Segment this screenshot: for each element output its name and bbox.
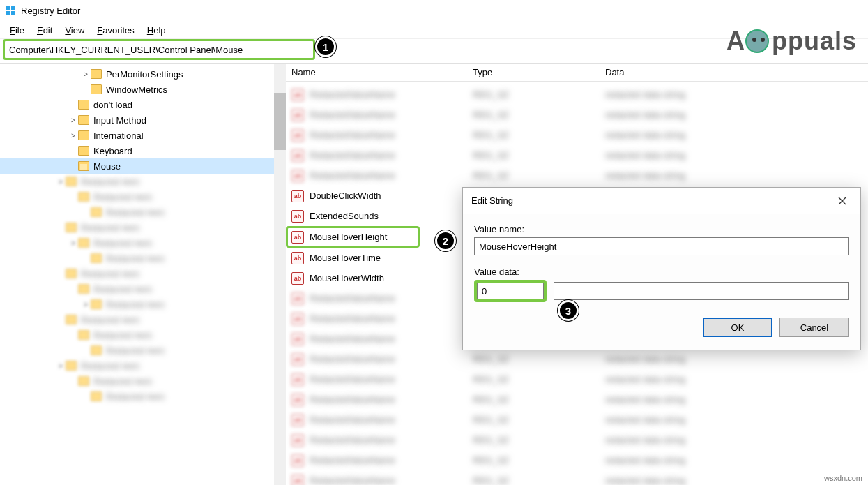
tree-item-obscured[interactable]: Redacted item bbox=[0, 373, 286, 389]
expander-icon[interactable]: > bbox=[68, 239, 78, 247]
value-data-field-extent[interactable] bbox=[554, 282, 849, 300]
dialog-close-button[interactable] bbox=[832, 191, 852, 211]
value-name-label: MouseHoverTime bbox=[310, 253, 381, 263]
value-row-obscured[interactable]: abRedactedValueNameREG_SZredacted data s… bbox=[286, 349, 868, 369]
scroll-thumb[interactable] bbox=[274, 93, 286, 150]
string-value-icon: ab bbox=[291, 210, 304, 223]
logo-face-icon bbox=[745, 29, 769, 53]
tree-item-obscured[interactable]: Redacted item bbox=[0, 312, 286, 327]
value-name-field[interactable] bbox=[474, 237, 849, 255]
edit-string-dialog: Edit String Value name: Value data: OK C… bbox=[462, 187, 861, 350]
value-name-label: ExtendedSounds bbox=[310, 211, 379, 221]
dialog-titlebar: Edit String bbox=[463, 188, 860, 214]
value-data-highlight bbox=[474, 280, 547, 302]
tree-item-obscured[interactable]: Redacted item bbox=[0, 204, 286, 220]
cancel-button[interactable]: Cancel bbox=[779, 318, 849, 337]
tree-item-obscured[interactable]: >Redacted item bbox=[0, 174, 286, 189]
value-row-obscured[interactable]: abRedactedValueNameREG_SZredacted data s… bbox=[286, 165, 868, 186]
tree-item-obscured[interactable]: Redacted item bbox=[0, 189, 286, 204]
value-row-obscured[interactable]: abRedactedValueNameREG_SZredacted data s… bbox=[286, 470, 868, 485]
tree-item-obscured[interactable]: >Redacted item bbox=[0, 235, 286, 251]
tree-item-obscured[interactable]: Redacted item bbox=[0, 343, 286, 358]
value-data: redacted data string bbox=[605, 435, 685, 445]
tree-item-obscured[interactable]: Redacted item bbox=[0, 327, 286, 343]
string-value-icon: ab bbox=[291, 373, 304, 386]
tree-item[interactable]: >Input Method bbox=[0, 112, 286, 128]
tree-item[interactable]: Keyboard bbox=[0, 143, 286, 158]
tree-item[interactable]: Mouse bbox=[0, 158, 286, 174]
string-value-icon: ab bbox=[291, 292, 304, 305]
tree-item-label: WindowMetrics bbox=[106, 84, 167, 95]
tree-item[interactable]: don't load bbox=[0, 97, 286, 112]
header-name[interactable]: Name bbox=[291, 67, 473, 77]
value-row-obscured[interactable]: abRedactedValueNameREG_SZredacted data s… bbox=[286, 369, 868, 389]
value-name-label: RedactedValueName bbox=[310, 130, 395, 140]
tree-item-label: Mouse bbox=[93, 161, 121, 172]
menu-help[interactable]: Help bbox=[142, 24, 172, 37]
folder-icon bbox=[78, 146, 89, 156]
value-name-label: RedactedValueName bbox=[310, 89, 395, 100]
menu-edit[interactable]: Edit bbox=[31, 24, 58, 37]
string-value-icon: ab bbox=[291, 394, 304, 406]
tree-item-obscured[interactable]: Redacted item bbox=[0, 266, 286, 281]
svg-rect-3 bbox=[11, 11, 15, 15]
string-value-icon: ab bbox=[291, 170, 304, 182]
header-data[interactable]: Data bbox=[605, 67, 868, 77]
tree-item-obscured[interactable]: Redacted item bbox=[0, 389, 286, 404]
svg-rect-2 bbox=[6, 11, 10, 15]
value-data-field[interactable] bbox=[477, 283, 544, 299]
tree-item-obscured[interactable]: Redacted item bbox=[0, 251, 286, 266]
string-value-icon: ab bbox=[291, 313, 304, 325]
tree-item-label: International bbox=[93, 130, 144, 141]
value-row-obscured[interactable]: abRedactedValueNameREG_SZredacted data s… bbox=[286, 125, 868, 145]
expander-icon[interactable]: > bbox=[56, 362, 66, 370]
menu-view[interactable]: View bbox=[59, 24, 90, 37]
tree-item-obscured[interactable]: >Redacted item bbox=[0, 297, 286, 312]
value-row-obscured[interactable]: abRedactedValueNameREG_SZredacted data s… bbox=[286, 389, 868, 410]
tree-item-obscured[interactable]: Redacted item bbox=[0, 220, 286, 235]
string-value-icon: ab bbox=[291, 252, 304, 264]
folder-icon bbox=[91, 69, 102, 79]
folder-icon bbox=[78, 161, 89, 171]
tree-item[interactable]: WindowMetrics bbox=[0, 82, 286, 97]
tree-item-label: Redacted item bbox=[93, 330, 152, 341]
folder-icon bbox=[78, 376, 89, 386]
value-row-obscured[interactable]: abRedactedValueNameREG_SZredacted data s… bbox=[286, 450, 868, 470]
value-data: redacted data string bbox=[605, 170, 685, 181]
expander-icon[interactable]: > bbox=[81, 70, 91, 78]
string-value-icon: ab bbox=[291, 353, 304, 366]
value-name-label: RedactedValueName bbox=[310, 313, 395, 324]
value-row-obscured[interactable]: abRedactedValueNameREG_SZredacted data s… bbox=[286, 430, 868, 450]
value-name-label: RedactedValueName bbox=[310, 170, 395, 181]
header-type[interactable]: Type bbox=[473, 67, 605, 77]
folder-icon bbox=[78, 284, 89, 294]
expander-icon[interactable]: > bbox=[68, 117, 78, 124]
folder-icon bbox=[66, 223, 77, 232]
value-name-label: MouseHoverWidth bbox=[310, 273, 384, 283]
value-row-obscured[interactable]: abRedactedValueNameREG_SZredacted data s… bbox=[286, 145, 868, 165]
tree-item-label: Redacted item bbox=[81, 269, 139, 279]
tree-scrollbar[interactable] bbox=[274, 64, 286, 485]
string-value-icon: ab bbox=[291, 149, 304, 162]
tree-item-obscured[interactable]: Redacted item bbox=[0, 281, 286, 297]
value-row-obscured[interactable]: abRedactedValueNameREG_SZredacted data s… bbox=[286, 84, 868, 105]
expander-icon[interactable]: > bbox=[68, 132, 78, 140]
expander-icon[interactable]: > bbox=[56, 178, 66, 186]
tree-item[interactable]: >PerMonitorSettings bbox=[0, 66, 286, 82]
address-bar[interactable]: Computer\HKEY_CURRENT_USER\Control Panel… bbox=[3, 39, 315, 60]
svg-rect-1 bbox=[11, 6, 15, 10]
value-data: redacted data string bbox=[605, 415, 685, 425]
value-row-obscured[interactable]: abRedactedValueNameREG_SZredacted data s… bbox=[286, 410, 868, 430]
close-icon bbox=[838, 197, 846, 205]
value-row[interactable]: abMouseHoverHeight bbox=[286, 226, 420, 248]
value-row-obscured[interactable]: abRedactedValueNameREG_SZredacted data s… bbox=[286, 105, 868, 125]
menu-favorites[interactable]: Favorites bbox=[91, 24, 139, 37]
string-value-icon: ab bbox=[291, 89, 304, 101]
tree-item[interactable]: >International bbox=[0, 128, 286, 143]
value-name-label: RedactedValueName bbox=[310, 150, 395, 161]
ok-button[interactable]: OK bbox=[703, 318, 772, 337]
expander-icon[interactable]: > bbox=[81, 301, 91, 308]
tree-item-obscured[interactable]: >Redacted item bbox=[0, 358, 286, 373]
menu-file[interactable]: File bbox=[4, 24, 30, 37]
value-type: REG_SZ bbox=[473, 89, 509, 100]
